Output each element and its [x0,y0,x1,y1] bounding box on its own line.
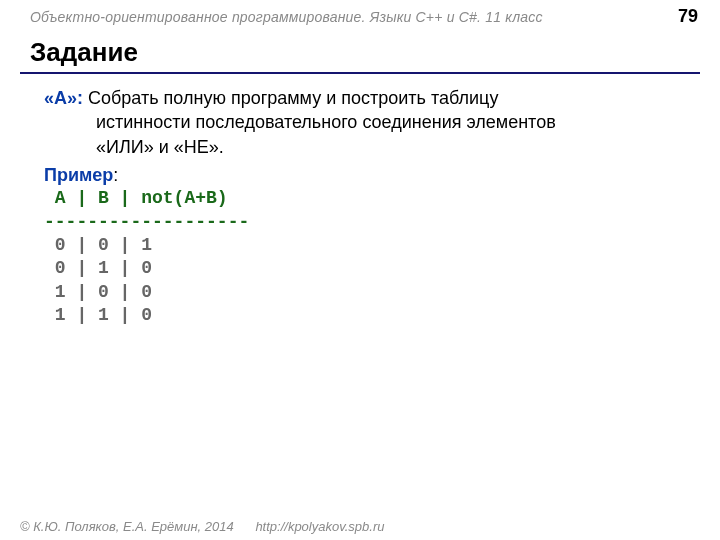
truth-table-row: 1 | 0 | 0 [44,281,690,304]
task-block: «A»: Собрать полную программу и построит… [44,86,690,159]
truth-table-row: 1 | 1 | 0 [44,304,690,327]
truth-table-row: 0 | 1 | 0 [44,257,690,280]
example-label: Пример [44,165,113,185]
task-text-line2: истинности последовательного соединения … [44,110,690,134]
slide-footer: © К.Ю. Поляков, Е.А. Ерёмин, 2014 http:/… [20,519,384,534]
truth-table-separator: ------------------- [44,211,690,234]
truth-table-header: A | B | not(A+B) [44,187,690,210]
task-text-line1: Собрать полную программу и построить таб… [83,88,498,108]
task-label-a: «A»: [44,88,83,108]
title-underline [20,72,700,74]
course-title: Объектно-ориентированное программировани… [30,9,543,25]
slide-body: «A»: Собрать полную программу и построит… [0,82,720,328]
slide-header: Объектно-ориентированное программировани… [0,0,720,27]
footer-copyright: © К.Ю. Поляков, Е.А. Ерёмин, 2014 [20,519,234,534]
example-colon: : [113,165,118,185]
task-text-line3: «ИЛИ» и «НЕ». [44,135,690,159]
page-title: Задание [0,27,720,72]
example-block: Пример: A | B | not(A+B) ---------------… [44,163,690,328]
footer-url: http://kpolyakov.spb.ru [255,519,384,534]
truth-table-row: 0 | 0 | 1 [44,234,690,257]
page-number: 79 [678,6,698,27]
